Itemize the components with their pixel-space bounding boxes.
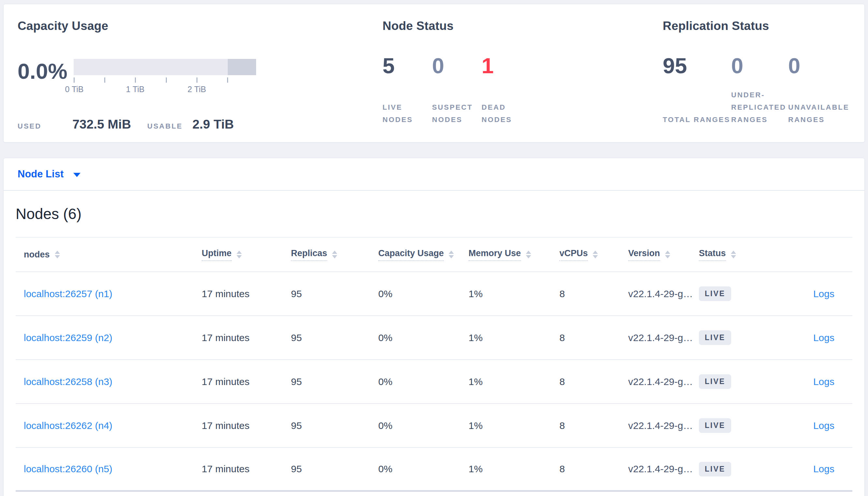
- unavailable-ranges-value: 0: [788, 55, 868, 77]
- used-label: USED: [18, 122, 41, 130]
- node-list-dropdown-label: Node List: [18, 168, 63, 180]
- suspect-nodes-stat: 0 SUSPECT NODES: [432, 55, 482, 126]
- nodes-table-card: Nodes (6) nodes Uptime Replicas Capacity…: [3, 190, 865, 496]
- status-badge: LIVE: [699, 418, 731, 433]
- column-header-nodes[interactable]: nodes: [24, 250, 202, 260]
- node-status-panel: Node Status 5 LIVE NODES 0 SUSPECT NODES…: [383, 19, 663, 142]
- total-ranges-label: TOTAL RANGES: [663, 113, 731, 126]
- column-header-vcpus[interactable]: vCPUs: [559, 248, 628, 261]
- memory-use-cell: 1%: [468, 376, 559, 387]
- capacity-percent-value: 0.0%: [18, 61, 74, 82]
- live-nodes-stat: 5 LIVE NODES: [383, 55, 432, 126]
- logs-link[interactable]: Logs: [813, 288, 835, 299]
- capacity-gauge: 0 TiB 1 TiB 2 TiB: [74, 59, 256, 94]
- replicas-cell: 95: [291, 420, 378, 431]
- capacity-usage-cell: 0%: [378, 420, 468, 431]
- vcpus-cell: 8: [559, 376, 628, 387]
- column-header-capacity-usage[interactable]: Capacity Usage: [378, 248, 468, 261]
- column-header-version[interactable]: Version: [628, 248, 699, 261]
- used-value: 732.5 MiB: [72, 117, 131, 131]
- sort-arrows-icon: [55, 251, 60, 259]
- suspect-nodes-label: SUSPECT NODES: [432, 101, 475, 126]
- node-status-title: Node Status: [383, 19, 663, 33]
- suspect-nodes-value: 0: [432, 55, 482, 77]
- sort-arrows-icon: [593, 251, 598, 259]
- memory-use-cell: 1%: [468, 463, 559, 475]
- table-header-row: nodes Uptime Replicas Capacity Usage Mem…: [16, 237, 852, 272]
- gauge-tick-label: 1 TiB: [126, 84, 145, 94]
- capacity-usage-panel: Capacity Usage 0.0% 0 TiB 1 TiB: [18, 19, 383, 142]
- table-row: localhost:26262 (n4) 17 minutes 95 0% 1%…: [16, 404, 852, 448]
- cluster-summary-card: Capacity Usage 0.0% 0 TiB 1 TiB: [3, 4, 865, 142]
- node-link[interactable]: localhost:26259 (n2): [24, 332, 113, 343]
- vcpus-cell: 8: [559, 288, 628, 299]
- dead-nodes-label: DEAD NODES: [482, 101, 524, 126]
- capacity-usage-cell: 0%: [378, 332, 468, 343]
- replicas-cell: 95: [291, 288, 378, 299]
- live-nodes-value: 5: [383, 55, 432, 77]
- table-row: localhost:26258 (n3) 17 minutes 95 0% 1%…: [16, 360, 852, 404]
- node-link[interactable]: localhost:26262 (n4): [24, 420, 113, 431]
- capacity-usage-cell: 0%: [378, 463, 468, 475]
- unavailable-ranges-label: UNAVAILABLE RANGES: [788, 101, 868, 126]
- replication-status-panel: Replication Status 95 TOTAL RANGES 0 UND…: [663, 19, 868, 142]
- uptime-cell: 17 minutes: [202, 463, 291, 475]
- table-row: localhost:26260 (n5) 17 minutes 95 0% 1%…: [16, 448, 852, 492]
- live-nodes-label: LIVE NODES: [383, 101, 425, 126]
- memory-use-cell: 1%: [468, 288, 559, 299]
- version-cell: v22.1.4-29-g…: [628, 332, 699, 343]
- vcpus-cell: 8: [559, 332, 628, 343]
- column-header-replicas[interactable]: Replicas: [291, 248, 378, 261]
- version-cell: v22.1.4-29-g…: [628, 288, 699, 299]
- sort-arrows-icon: [665, 251, 670, 259]
- uptime-cell: 17 minutes: [202, 420, 291, 431]
- usable-label: USABLE: [147, 122, 182, 130]
- under-replicated-ranges-stat: 0 UNDER-REPLICATED RANGES: [731, 55, 788, 126]
- capacity-gauge-reserved-segment: [228, 59, 256, 75]
- vcpus-cell: 8: [559, 463, 628, 475]
- nodes-section-title: Nodes (6): [16, 191, 852, 222]
- capacity-gauge-bar: [74, 59, 256, 75]
- sort-arrows-icon: [449, 251, 454, 259]
- column-header-status[interactable]: Status: [699, 248, 779, 261]
- capacity-usage-cell: 0%: [378, 288, 468, 299]
- version-cell: v22.1.4-29-g…: [628, 376, 699, 387]
- sort-arrows-icon: [731, 251, 736, 259]
- column-header-memory-use[interactable]: Memory Use: [468, 248, 559, 261]
- dead-nodes-value: 1: [482, 55, 531, 77]
- node-link[interactable]: localhost:26260 (n5): [24, 463, 113, 474]
- version-cell: v22.1.4-29-g…: [628, 463, 699, 475]
- memory-use-cell: 1%: [468, 332, 559, 343]
- view-selector-bar: Node List: [3, 158, 865, 190]
- sort-arrows-icon: [332, 251, 337, 259]
- node-list-dropdown[interactable]: Node List: [18, 168, 80, 180]
- sort-arrows-icon: [526, 251, 531, 259]
- capacity-gauge-ticks: [74, 77, 256, 83]
- uptime-cell: 17 minutes: [202, 288, 291, 299]
- caret-down-icon: [73, 173, 80, 177]
- gauge-tick-label: 2 TiB: [188, 84, 206, 94]
- status-badge: LIVE: [699, 374, 731, 389]
- logs-link[interactable]: Logs: [813, 332, 835, 343]
- node-link[interactable]: localhost:26258 (n3): [24, 376, 113, 387]
- capacity-usage-cell: 0%: [378, 376, 468, 387]
- table-row: localhost:26257 (n1) 17 minutes 95 0% 1%…: [16, 272, 852, 316]
- dead-nodes-stat: 1 DEAD NODES: [482, 55, 531, 126]
- table-row: localhost:26259 (n2) 17 minutes 95 0% 1%…: [16, 316, 852, 360]
- replicas-cell: 95: [291, 332, 378, 343]
- status-badge: LIVE: [699, 286, 731, 301]
- node-link[interactable]: localhost:26257 (n1): [24, 288, 113, 299]
- status-badge: LIVE: [699, 330, 731, 345]
- capacity-usage-title: Capacity Usage: [18, 19, 383, 33]
- unavailable-ranges-stat: 0 UNAVAILABLE RANGES: [788, 55, 868, 126]
- vcpus-cell: 8: [559, 420, 628, 431]
- logs-link[interactable]: Logs: [813, 420, 835, 431]
- total-ranges-stat: 95 TOTAL RANGES: [663, 55, 731, 126]
- sort-arrows-icon: [237, 251, 242, 259]
- column-header-uptime[interactable]: Uptime: [202, 248, 291, 261]
- gauge-tick-label: 0 TiB: [65, 84, 84, 94]
- logs-link[interactable]: Logs: [813, 463, 835, 474]
- logs-link[interactable]: Logs: [813, 376, 835, 387]
- uptime-cell: 17 minutes: [202, 376, 291, 387]
- uptime-cell: 17 minutes: [202, 332, 291, 343]
